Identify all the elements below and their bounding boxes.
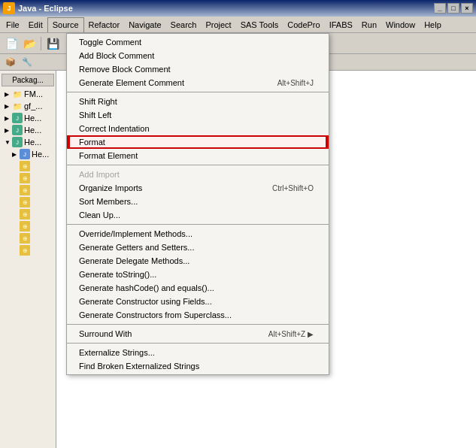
close-button[interactable]: × <box>461 3 473 14</box>
package-icon: ⊕ <box>20 233 30 244</box>
menu-ifabs[interactable]: IFABS <box>325 17 357 32</box>
new-button[interactable]: 📄 <box>3 35 20 52</box>
tree-label: He... <box>24 138 41 147</box>
list-item[interactable]: ⊕ <box>0 244 56 256</box>
expand-icon: ▶ <box>5 91 12 98</box>
open-button[interactable]: 📂 <box>21 35 38 52</box>
separator-4 <box>67 324 329 325</box>
menu-externalize-strings[interactable]: Externalize Strings... <box>67 346 329 359</box>
menu-edit[interactable]: Edit <box>24 17 47 32</box>
tree-item-he3[interactable]: ▼ J He... <box>0 136 56 148</box>
tree-item-gf[interactable]: ▶ 📁 gf_... <box>0 100 56 112</box>
menu-source[interactable]: Source <box>47 17 84 32</box>
package-icon: ⊕ <box>20 209 30 219</box>
tree-label: He... <box>32 150 49 159</box>
list-item[interactable]: ⊕ <box>0 220 56 232</box>
window-title: Java - Eclipse <box>18 4 73 13</box>
tree-label: FM... <box>24 89 43 98</box>
package-icon: ⊕ <box>20 245 30 256</box>
menu-constructor-fields[interactable]: Generate Constructor using Fields... <box>67 295 329 308</box>
menu-search[interactable]: Search <box>166 17 202 32</box>
list-item[interactable]: ⊕ <box>0 172 56 184</box>
list-item[interactable]: ⊕ <box>0 232 56 244</box>
expand-icon: ▶ <box>5 127 12 134</box>
package-explorer-tab[interactable]: Packag... <box>2 74 54 86</box>
java-icon: J <box>12 137 23 147</box>
folder-icon: 📁 <box>12 89 23 99</box>
tree-item-he-child[interactable]: ▶ J He... <box>0 148 56 160</box>
menu-surround-with[interactable]: Surround With Alt+Shift+Z ▶ <box>67 327 329 341</box>
expand-icon: ▶ <box>12 151 20 158</box>
menu-shift-left[interactable]: Shift Left <box>67 108 329 122</box>
tree-item-he2[interactable]: ▶ J He... <box>0 124 56 136</box>
separator-2 <box>67 165 329 165</box>
package-icon: ⊕ <box>20 185 30 195</box>
source-menu-dropdown: Toggle Comment Add Block Comment Remove … <box>66 33 329 375</box>
menu-getters-setters[interactable]: Generate Getters and Setters... <box>67 241 329 254</box>
maximize-button[interactable]: □ <box>447 3 459 14</box>
menu-correct-indentation[interactable]: Correct Indentation <box>67 122 329 135</box>
menu-format-element[interactable]: Format Element <box>67 149 329 162</box>
separator-1 <box>67 92 329 92</box>
java-icon: J <box>20 149 30 159</box>
menu-constructors-superclass[interactable]: Generate Constructors from Superclass... <box>67 308 329 322</box>
list-item[interactable]: ⊕ <box>0 208 56 220</box>
list-item[interactable]: ⊕ <box>0 184 56 196</box>
expand-icon: ▶ <box>5 103 12 110</box>
menu-hashcode-equals[interactable]: Generate hashCode() and equals()... <box>67 281 329 295</box>
menu-project[interactable]: Project <box>201 17 235 32</box>
menu-refactor[interactable]: Refactor <box>84 17 125 32</box>
tree-label: He... <box>24 114 41 123</box>
minimize-button[interactable]: _ <box>434 3 446 14</box>
folder-icon: 📁 <box>12 101 23 111</box>
menu-tostring[interactable]: Generate toString()... <box>67 268 329 281</box>
expand-arrow-down: ▼ <box>5 139 12 146</box>
java-icon: J <box>12 113 23 123</box>
menu-run[interactable]: Run <box>357 17 381 32</box>
menu-sastools[interactable]: SAS Tools <box>236 17 283 32</box>
tree-label: gf_... <box>24 101 42 110</box>
list-item[interactable]: ⊕ <box>0 196 56 208</box>
menu-delegate-methods[interactable]: Generate Delegate Methods... <box>67 254 329 268</box>
menu-generate-element-comment[interactable]: Generate Element Comment Alt+Shift+J <box>67 76 329 89</box>
tree-item-he1[interactable]: ▶ J He... <box>0 112 56 124</box>
menu-shift-right[interactable]: Shift Right <box>67 95 329 108</box>
menu-add-import: Add Import <box>67 168 329 181</box>
menu-format[interactable]: Format <box>67 135 329 149</box>
menu-window[interactable]: Window <box>381 17 420 32</box>
menu-navigate[interactable]: Navigate <box>124 17 165 32</box>
title-bar: J Java - Eclipse _ □ × <box>0 0 476 17</box>
save-button[interactable]: 💾 <box>44 35 61 52</box>
separator-5 <box>67 343 329 344</box>
menu-help[interactable]: Help <box>420 17 446 32</box>
menu-override-implement[interactable]: Override/Implement Methods... <box>67 227 329 241</box>
menu-file[interactable]: File <box>2 17 24 32</box>
menu-organize-imports[interactable]: Organize Imports Ctrl+Shift+O <box>67 181 329 195</box>
package-icon: ⊕ <box>20 161 30 171</box>
menu-clean-up[interactable]: Clean Up... <box>67 208 329 222</box>
toolbar-separator-1 <box>41 37 41 50</box>
tree-item-fm[interactable]: ▶ 📁 FM... <box>0 88 56 100</box>
tree-label: He... <box>24 126 41 135</box>
java-icon: J <box>12 125 23 135</box>
window-controls[interactable]: _ □ × <box>434 3 473 14</box>
expand-icon: ▶ <box>5 115 12 122</box>
sidebar: Packag... ▶ 📁 FM... ▶ 📁 gf_... ▶ J He...… <box>0 71 56 448</box>
menu-find-broken-strings[interactable]: Find Broken Externalized Strings <box>67 359 329 373</box>
menu-bar: File Edit Source Refactor Navigate Searc… <box>0 17 476 33</box>
menu-toggle-comment[interactable]: Toggle Comment <box>67 35 329 49</box>
package-icon: ⊕ <box>20 197 30 207</box>
package-icon: ⊕ <box>20 173 30 183</box>
menu-sort-members[interactable]: Sort Members... <box>67 195 329 208</box>
hierarchy-btn[interactable]: 🔧 <box>20 56 35 69</box>
app-icon: J <box>3 2 15 14</box>
menu-remove-block-comment[interactable]: Remove Block Comment <box>67 62 329 76</box>
list-item[interactable]: ⊕ <box>0 160 56 172</box>
package-explorer-btn[interactable]: 📦 <box>3 56 18 69</box>
menu-add-block-comment[interactable]: Add Block Comment <box>67 49 329 62</box>
separator-3 <box>67 224 329 225</box>
menu-codepro[interactable]: CodePro <box>283 17 324 32</box>
package-icon: ⊕ <box>20 221 30 232</box>
